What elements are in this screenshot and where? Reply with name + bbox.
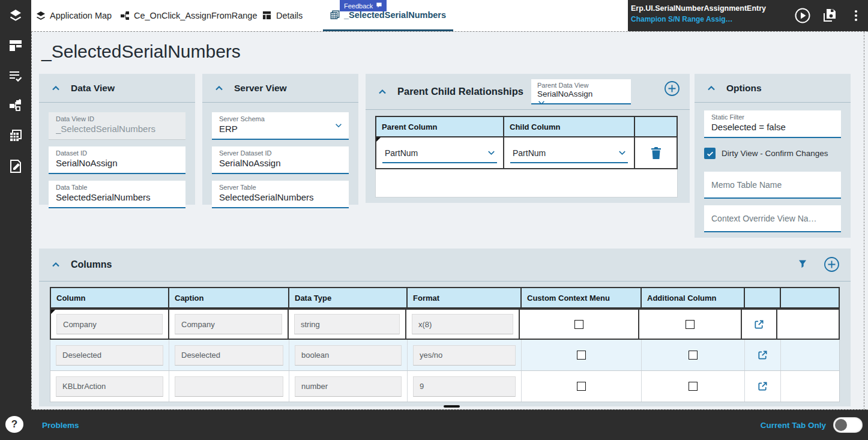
field-label: Data View ID xyxy=(56,115,179,122)
parent-column-dropdown[interactable]: PartNum xyxy=(376,137,503,168)
caption-field[interactable]: Deselected xyxy=(175,345,283,366)
open-column-cell xyxy=(745,371,781,402)
layers-icon xyxy=(36,11,46,20)
app-layer-link[interactable]: Champion S/N Range Assig… xyxy=(631,15,733,23)
data-type-cell: string xyxy=(289,310,406,339)
additional-column-checkbox[interactable] xyxy=(686,320,695,329)
data-table-field[interactable]: Data Table SelectedSerialNumbers xyxy=(49,181,185,208)
horizontal-scrollbar-thumb[interactable] xyxy=(444,405,460,408)
column-field[interactable]: KBLbrAction xyxy=(56,376,163,397)
context-override-view-field[interactable]: Context Override View Na… xyxy=(704,205,841,232)
layout-icon xyxy=(262,11,272,20)
column-field[interactable]: Deselected xyxy=(56,345,163,366)
server-table-field[interactable]: Server Table SelectedSerialNumbers xyxy=(212,181,349,208)
overflow-menu-icon[interactable] xyxy=(848,7,864,24)
tab-details[interactable]: Details xyxy=(262,0,303,31)
open-external-icon[interactable] xyxy=(757,349,768,361)
extra-cell xyxy=(781,371,838,402)
flow-icon[interactable] xyxy=(8,98,23,113)
delete-row-icon[interactable] xyxy=(650,146,662,160)
preview-play-button[interactable] xyxy=(794,7,811,24)
column-row-deselected: Deselected Deselected boolean yes/no xyxy=(50,340,840,371)
caption-field[interactable] xyxy=(175,376,283,397)
field-label: Server Table xyxy=(219,184,343,191)
caption-field[interactable]: Company xyxy=(175,314,282,334)
list-check-icon[interactable] xyxy=(8,69,23,83)
relationships-grid: Parent Column Child Column PartNum xyxy=(375,116,678,197)
vertical-scrollbar-track xyxy=(864,32,868,410)
field-value: ERP xyxy=(219,124,343,134)
child-column-dropdown[interactable]: PartNum xyxy=(504,137,634,168)
chevron-down-icon[interactable] xyxy=(334,121,343,130)
tab-application-map[interactable]: Application Map xyxy=(36,0,112,31)
extra-cell xyxy=(777,310,834,339)
current-tab-only-toggle[interactable] xyxy=(833,417,863,433)
add-relationship-button[interactable] xyxy=(664,80,680,97)
grid-copy-icon xyxy=(330,10,340,20)
add-column-button[interactable] xyxy=(824,256,840,273)
tab-label: Ce_OnClick_AssignFromRange xyxy=(134,11,258,20)
panel-title: Parent Child Relationships xyxy=(397,86,523,97)
grid-header-format: Format xyxy=(408,287,522,309)
left-toolbar: ? xyxy=(0,0,31,440)
additional-column-checkbox[interactable] xyxy=(689,382,698,391)
chevron-up-icon[interactable] xyxy=(214,83,224,93)
panel-title: Columns xyxy=(71,259,112,270)
chevron-up-icon[interactable] xyxy=(707,83,716,93)
column-field[interactable]: Company xyxy=(56,314,163,334)
status-bar: Problems Current Tab Only xyxy=(0,409,868,440)
document-edit-icon[interactable] xyxy=(8,159,23,173)
custom-context-menu-checkbox[interactable] xyxy=(574,320,583,329)
filter-icon[interactable] xyxy=(798,259,807,269)
additional-column-checkbox[interactable] xyxy=(689,351,698,360)
layers-icon[interactable] xyxy=(8,8,23,23)
data-type-field[interactable]: boolean xyxy=(295,345,402,366)
feedback-button[interactable]: Feedback xyxy=(340,0,387,11)
dirty-view-checkbox-row[interactable]: Dirty View - Confirm Changes xyxy=(704,148,828,159)
server-schema-dropdown[interactable]: Server Schema ERP xyxy=(212,112,349,140)
custom-context-menu-checkbox[interactable] xyxy=(577,351,586,360)
memo-table-name-field[interactable]: Memo Table Name xyxy=(704,172,841,199)
problems-button[interactable]: Problems xyxy=(42,421,79,430)
tables-icon[interactable] xyxy=(8,128,23,143)
static-filter-field[interactable]: Static Filter Deselected = false xyxy=(704,110,841,138)
open-external-icon[interactable] xyxy=(753,319,765,330)
field-value: SelectedSerialNumbers xyxy=(219,192,343,202)
caption-cell: Deselected xyxy=(169,340,289,370)
checked-checkbox[interactable] xyxy=(704,148,716,159)
field-value: SerialNoAssign xyxy=(219,158,343,168)
chevron-up-icon[interactable] xyxy=(51,83,61,93)
parent-data-view-dropdown[interactable]: Parent Data View SerialNoAssign xyxy=(531,79,631,104)
chevron-down-icon[interactable] xyxy=(537,98,546,109)
chevron-up-icon[interactable] xyxy=(51,260,61,270)
data-type-field[interactable]: string xyxy=(294,314,400,334)
format-cell: x(8) xyxy=(406,310,520,339)
data-type-field[interactable]: number xyxy=(295,376,402,397)
server-dataset-id-field[interactable]: Server Dataset ID SerialNoAssign xyxy=(212,146,349,174)
data-type-cell: number xyxy=(289,371,408,402)
panel-title: Data View xyxy=(71,83,115,94)
help-icon[interactable]: ? xyxy=(5,416,23,433)
layout-icon[interactable] xyxy=(8,38,23,53)
tab-ce-onclick-assignfromrange[interactable]: Ce_OnClick_AssignFromRange xyxy=(120,0,258,31)
field-label: Data Table xyxy=(56,184,179,191)
panel-parent-child-relationships: Parent Child Relationships Parent Data V… xyxy=(366,74,690,203)
panel-title: Server View xyxy=(234,83,287,94)
save-button[interactable] xyxy=(821,7,838,24)
format-field[interactable]: yes/no xyxy=(413,345,516,366)
app-studio-window: ? Application Map Ce_OnClick_AssignFromR… xyxy=(0,0,868,440)
dataset-id-field[interactable]: Dataset ID SerialNoAssign xyxy=(49,146,185,174)
field-value: SerialNoAssign xyxy=(56,158,179,168)
additional-column-cell xyxy=(639,310,742,339)
format-field[interactable]: 9 xyxy=(413,376,516,397)
grid-header-actions xyxy=(635,116,678,137)
open-column-cell xyxy=(745,340,781,370)
custom-context-menu-checkbox[interactable] xyxy=(577,382,586,391)
grid-header-caption: Caption xyxy=(169,287,289,309)
field-label: Parent Data View xyxy=(537,82,626,89)
column-cell: KBLbrAction xyxy=(50,371,169,402)
grid-header-custom-context-menu: Custom Context Menu xyxy=(522,287,642,309)
open-external-icon[interactable] xyxy=(757,381,768,392)
chevron-up-icon[interactable] xyxy=(378,87,387,97)
format-field[interactable]: x(8) xyxy=(412,314,513,334)
